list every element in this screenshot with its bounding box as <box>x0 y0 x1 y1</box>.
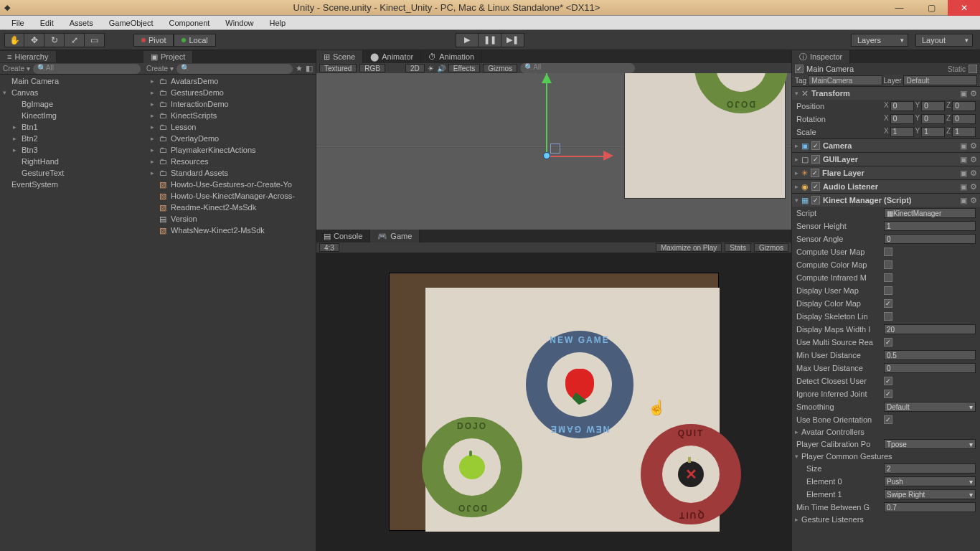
space-toggle[interactable]: Local <box>174 34 215 47</box>
gear-icon[interactable]: ⚙ <box>970 196 977 205</box>
menu-assets[interactable]: Assets <box>62 17 100 29</box>
script-checkbox[interactable] <box>884 312 892 321</box>
script-checkbox[interactable] <box>884 286 892 295</box>
project-favorites-icon[interactable]: ★ <box>296 64 303 73</box>
aspect-dropdown[interactable]: 4:3 <box>319 243 339 252</box>
pos-x[interactable]: 0 <box>890 101 914 111</box>
gameobject-name[interactable]: Main Camera <box>806 65 945 73</box>
hierarchy-item[interactable]: KinectImg <box>0 110 143 121</box>
scene-search[interactable]: 🔍All <box>520 63 635 73</box>
project-filter-icon[interactable]: ◧ <box>306 64 313 73</box>
tool-rect[interactable]: ▭ <box>85 33 105 47</box>
minimize-button[interactable]: — <box>883 0 915 16</box>
animation-tab[interactable]: ⏱Animation <box>421 50 482 63</box>
close-button[interactable]: ✕ <box>948 0 980 16</box>
hierarchy-tab[interactable]: ≡Hierarchy <box>0 51 57 62</box>
maximize-button[interactable]: ▢ <box>915 0 948 16</box>
menu-gameobject[interactable]: GameObject <box>102 17 161 29</box>
gestures-size[interactable]: 2 <box>884 463 976 474</box>
hierarchy-item[interactable]: ▸Btn2 <box>0 133 143 144</box>
project-item[interactable]: ▸🗀PlaymakerKinectActions <box>143 144 316 156</box>
game-gizmos-dropdown[interactable]: Gizmos <box>754 243 788 252</box>
pos-z[interactable]: 0 <box>952 101 976 111</box>
hierarchy-item[interactable]: ▾Canvas <box>0 87 143 98</box>
hierarchy-create[interactable]: Create ▾ <box>3 65 30 72</box>
layer-dropdown[interactable]: Default <box>903 75 977 85</box>
scale-z[interactable]: 1 <box>952 127 976 137</box>
menu-help[interactable]: Help <box>262 17 293 29</box>
project-item[interactable]: ▧WhatsNew-Kinect2-MsSdk <box>143 225 316 236</box>
component-header[interactable]: ▸◉✓Audio Listener▣⚙ <box>792 180 980 193</box>
scene-tab[interactable]: ⊞Scene <box>316 50 363 63</box>
hierarchy-item[interactable]: ▸Btn1 <box>0 121 143 133</box>
stats-toggle[interactable]: Stats <box>725 243 751 252</box>
project-create[interactable]: Create ▾ <box>146 65 174 72</box>
help-icon[interactable]: ▣ <box>960 196 967 205</box>
menu-window[interactable]: Window <box>218 17 260 29</box>
project-item[interactable]: ▸🗀GesturesDemo <box>143 87 316 98</box>
project-search[interactable]: 🔍 <box>176 64 293 74</box>
project-item[interactable]: ▧Howto-Use-Gestures-or-Create-Yo <box>143 179 316 190</box>
tool-move[interactable]: ✥ <box>24 33 44 47</box>
animator-tab[interactable]: ⬤Animator <box>363 50 421 63</box>
gear-icon[interactable]: ⚙ <box>970 89 977 98</box>
shading-dropdown[interactable]: Textured <box>319 64 357 72</box>
script-field[interactable]: 0 <box>884 363 976 373</box>
gesture-el0[interactable]: Push▾ <box>884 476 976 486</box>
project-item[interactable]: ▸🗀KinectScripts <box>143 110 316 121</box>
script-checkbox[interactable] <box>884 260 892 269</box>
hierarchy-item[interactable]: BgImage <box>0 98 143 110</box>
inspector-tab[interactable]: ⓘInspector <box>792 50 850 64</box>
rot-z[interactable]: 0 <box>952 114 976 124</box>
game-tab[interactable]: 🎮Game <box>370 230 420 242</box>
gameobject-active-checkbox[interactable] <box>795 65 804 73</box>
script-field[interactable]: 0.5 <box>884 350 976 360</box>
project-item[interactable]: ▸🗀OverlayDemo <box>143 133 316 144</box>
scale-x[interactable]: 1 <box>890 127 914 137</box>
layers-dropdown[interactable]: Layers <box>851 34 908 47</box>
mintime-field[interactable]: 0.7 <box>884 502 976 512</box>
component-header[interactable]: ▸✳✓Flare Layer▣⚙ <box>792 166 980 179</box>
component-header[interactable]: ▸▢✓GUILayer▣⚙ <box>792 153 980 166</box>
maximize-toggle[interactable]: Maximize on Play <box>656 243 722 252</box>
project-item[interactable]: ▧Howto-Use-KinectManager-Across- <box>143 190 316 202</box>
project-item[interactable]: ▸🗀Standard Assets <box>143 167 316 179</box>
light-icon[interactable]: ☀ <box>428 65 434 72</box>
effects-dropdown[interactable]: Effects <box>448 64 480 72</box>
2d-toggle[interactable]: 2D <box>405 64 425 72</box>
layout-dropdown[interactable]: Layout <box>915 34 973 47</box>
script-checkbox[interactable] <box>884 390 892 398</box>
project-item[interactable]: ▸🗀InteractionDemo <box>143 98 316 110</box>
project-item[interactable]: ▸🗀AvatarsDemo <box>143 75 316 87</box>
hierarchy-item[interactable]: ▸Btn3 <box>0 144 143 156</box>
project-tab[interactable]: ▣Project <box>143 51 193 63</box>
script-field[interactable]: 1 <box>884 221 976 231</box>
gesture-el1[interactable]: Swipe Right▾ <box>884 489 976 499</box>
tag-dropdown[interactable]: MainCamera <box>808 75 882 85</box>
play-button[interactable]: ▶ <box>456 33 479 47</box>
game-view[interactable]: NEW GAME NEW GAME DOJO DOJO <box>316 253 791 551</box>
pivot-toggle[interactable]: Pivot <box>133 34 174 47</box>
project-item[interactable]: ▸🗀Resources <box>143 156 316 167</box>
step-button[interactable]: ▶❚ <box>501 33 524 47</box>
script-field[interactable]: ▦ KinectManager <box>884 208 976 218</box>
menu-file[interactable]: File <box>4 17 32 29</box>
menu-component[interactable]: Component <box>161 17 217 29</box>
hierarchy-item[interactable]: RightHand <box>0 156 143 167</box>
scene-view[interactable]: DOJO <box>316 73 791 230</box>
rot-x[interactable]: 0 <box>890 114 914 124</box>
rgb-dropdown[interactable]: RGB <box>359 64 385 72</box>
script-checkbox[interactable] <box>884 299 892 308</box>
script-checkbox[interactable] <box>884 248 892 256</box>
tool-hand[interactable]: ✋ <box>4 33 24 47</box>
project-item[interactable]: ▤Version <box>143 213 316 225</box>
help-icon[interactable]: ▣ <box>960 89 967 98</box>
gizmos-dropdown[interactable]: Gizmos <box>483 64 517 72</box>
pause-button[interactable]: ❚❚ <box>479 33 501 47</box>
tool-scale[interactable]: ⤢ <box>65 33 85 47</box>
script-checkbox[interactable] <box>884 273 892 282</box>
rot-y[interactable]: 0 <box>921 114 945 124</box>
audio-icon[interactable]: 🔊 <box>437 65 446 72</box>
script-checkbox[interactable] <box>884 338 892 347</box>
project-item[interactable]: ▸🗀Lesson <box>143 121 316 133</box>
